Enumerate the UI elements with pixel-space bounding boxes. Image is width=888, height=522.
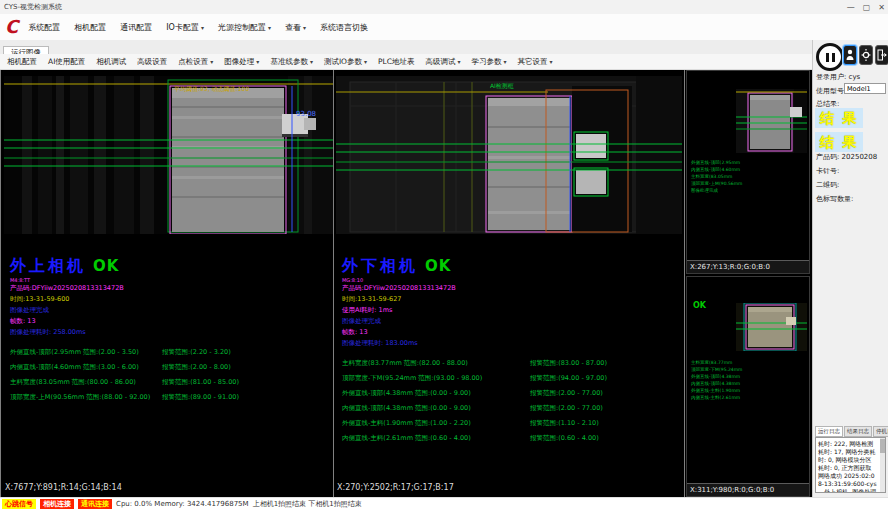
result-status-badge: OK [425,257,451,275]
camera-connection-badge: 相机连接 [40,499,74,509]
frame-count-line: 帧数: 13 [342,327,680,338]
menu-item-camera-config[interactable]: 相机配置 [74,22,106,33]
qr-code-row: 二维码: [816,180,839,190]
frame-count-line: 帧数: 13 [10,316,331,327]
menu-item-view[interactable]: 查看▾ [285,22,306,33]
tool-learning-params[interactable]: 学习参数▾ [472,57,507,67]
minimize-button[interactable]: — [847,3,855,12]
pixel-coords-readout: X:270;Y:2502;R:17;G:17;B:17 [337,483,454,492]
model-input[interactable] [844,83,886,94]
tool-test-io-params[interactable]: 测试IO参数▾ [324,57,367,67]
tool-ai-usage-config[interactable]: AI使用配置 [48,57,85,67]
tool-plc-address-table[interactable]: PLC地址表 [378,57,414,67]
chevron-down-icon: ▾ [457,58,460,65]
time-line: 时间:13-31-59-627 [342,294,680,305]
camera-image-lower[interactable] [336,76,682,234]
result-block-2: 结 果 [815,132,863,152]
measurement-row: 外侧直线-主料(1.90mm 范围:(1.00 - 2.20)报警范围:(1.1… [342,416,680,431]
tab-run-log[interactable]: 运行日志 [815,426,843,437]
app-window: CYS-视觉检测系统 — ▢ ✕ C 系统配置 相机配置 通讯配置 IO卡配置▾… [0,0,888,522]
divider [333,70,334,497]
pixel-coords-readout: X:311;Y:980;R:0;G:0;B:0 [687,483,809,496]
chevron-down-icon: ▾ [256,58,259,65]
pause-icon [826,53,829,62]
measurement-list: 外侧直线-顶部(2.95mm 范围:(2.00 - 3.50)报警范围:(2.2… [10,345,331,405]
menu-item-comm-config[interactable]: 通讯配置 [120,22,152,33]
chevron-down-icon: ▾ [504,58,507,65]
tool-advanced-settings[interactable]: 高级设置 [137,57,167,67]
titlebar: CYS-视觉检测系统 — ▢ ✕ [0,0,888,14]
chevron-down-icon: ▾ [310,58,313,65]
time-line: 时间:13-31-59-600 [10,294,331,305]
chevron-down-icon: ▾ [210,58,213,65]
small-camera-view-bottom: OK 主料宽度(83.77mm 顶部宽度-下M(95.24mm 外侧直线-顶部(… [686,276,810,497]
heartbeat-badge: 心跳信号 [2,499,36,509]
close-button[interactable]: ✕ [878,3,885,12]
elapsed-line: 图像处理耗时: 183.00ms [342,338,680,349]
measure-value-overlay: 93.08 [296,110,316,118]
window-title: CYS-视觉检测系统 [4,2,62,12]
product-code-line: 产品码:DFYiiw2025020813313472B [342,283,680,294]
process-done-line: 图像处理完成 [10,305,331,316]
result-status-badge: OK [93,257,119,275]
measurement-row: 外侧直线-顶部(2.95mm 范围:(2.00 - 3.50)报警范围:(2.2… [10,345,331,360]
product-code-row: 产品码: 20250208 [816,152,877,162]
ai-time-line: 使用AI耗时: 1ms [342,305,680,316]
measurement-row: 顶部宽度-上M(90.56mm 范围:(88.00 - 92.00)报警范围:(… [10,390,331,405]
tool-camera-config[interactable]: 相机配置 [7,57,37,67]
small-camera-image-top[interactable] [736,89,807,153]
exit-button[interactable] [875,45,888,65]
result-panel-lower: 外下相机 OK MG:8:10 产品码:DFYiiw20250208133134… [342,256,680,446]
threshold-overlay-label: 平均阈值:93, 动态阈值:100 [174,85,249,94]
log-output[interactable]: 耗时: 222, 网络检测耗时: 17, 网络分类耗时: 0, 网络模块分区耗时… [815,437,886,493]
maximize-button[interactable]: ▢ [863,3,871,12]
tool-other-settings[interactable]: 其它设置▾ [518,57,553,67]
menu-item-system-config[interactable]: 系统配置 [28,22,60,33]
login-user-value: cys [849,73,861,81]
login-user-row: 登录用户: cys [816,72,860,82]
settings-button[interactable] [859,45,873,65]
exit-door-icon [877,48,887,62]
result-block-1: 结 果 [815,108,863,128]
user-button[interactable] [843,45,857,65]
small-result-lines: 主料宽度(83.77mm 顶部宽度-下M(95.24mm 外侧直线-顶部(4.3… [691,359,742,401]
camera-image-upper[interactable] [4,76,333,234]
tab-result-log[interactable]: 结果日志 [844,426,872,437]
pixel-coords-readout: X:267;Y:13;R:0;G:0;B:0 [687,260,809,273]
statusbar: 心跳信号 相机连接 通讯连接 Cpu: 0.0% Memory: 3424.41… [0,497,888,510]
menu-item-io-card-config[interactable]: IO卡配置▾ [166,22,204,33]
elapsed-line: 图像处理耗时: 258.00ms [10,327,331,338]
sidebar: 登录用户: cys 使用型号: 总结果: 结 果 结 果 产品码: 202502… [812,40,888,497]
pause-icon [832,53,835,62]
app-logo-icon: C [5,17,18,37]
small-camera-view-top: 外侧直线-顶部(2.95mm 内侧直线-顶部(4.60mm 主料宽度(83.05… [686,70,810,274]
tool-baseline-params[interactable]: 基准线参数▾ [270,57,313,67]
measurement-row: 顶部宽度-下M(95.24mm 范围:(93.00 - 98.00)报警范围:(… [342,371,680,386]
tool-camera-debug[interactable]: 相机调试 [96,57,126,67]
measurement-list: 主料宽度(83.77mm 范围:(82.00 - 88.00)报警范围:(83.… [342,356,680,446]
result-panel-upper: 外上相机 OK M4:8:TT 产品码:DFYiiw20250208133134… [10,256,331,405]
main-area: 平均阈值:93, 动态阈值:100 93.08 外上相机 OK M4:8:TT … [0,70,812,497]
small-result-lines: 外侧直线-顶部(2.95mm 内侧直线-顶部(4.60mm 主料宽度(83.05… [691,159,742,194]
pause-button[interactable] [816,43,844,71]
menu-item-light-control-config[interactable]: 光源控制配置▾ [218,22,271,33]
camera-title: 外下相机 [342,256,418,275]
log-scrollbar-thumb[interactable] [880,439,885,453]
tool-image-processing[interactable]: 图像处理▾ [224,57,259,67]
small-camera-image-bottom[interactable] [736,303,807,351]
gear-icon [861,48,871,62]
user-icon [845,48,855,62]
tool-advanced-debug[interactable]: 高级调试▾ [425,57,460,67]
menu-item-language-switch[interactable]: 系统语言切换 [320,22,368,33]
tool-spot-check[interactable]: 点检设置▾ [178,57,213,67]
measurement-row: 主料宽度(83.77mm 范围:(82.00 - 88.00)报警范围:(83.… [342,356,680,371]
tab-stop-log[interactable]: 停机日志 [873,426,888,437]
small-views-column: 外侧直线-顶部(2.95mm 内侧直线-顶部(4.60mm 主料宽度(83.05… [686,70,810,497]
measurement-row: 内侧直线-主料(2.61mm 范围:(0.60 - 4.00)报警范围:(0.6… [342,431,680,446]
divider [684,70,685,497]
ai-box-overlay-label: AI检测框 [490,82,514,91]
chevron-down-icon: ▾ [303,24,306,31]
divider [0,70,1,497]
result-status-badge: OK [693,301,706,310]
chevron-down-icon: ▾ [201,24,204,31]
